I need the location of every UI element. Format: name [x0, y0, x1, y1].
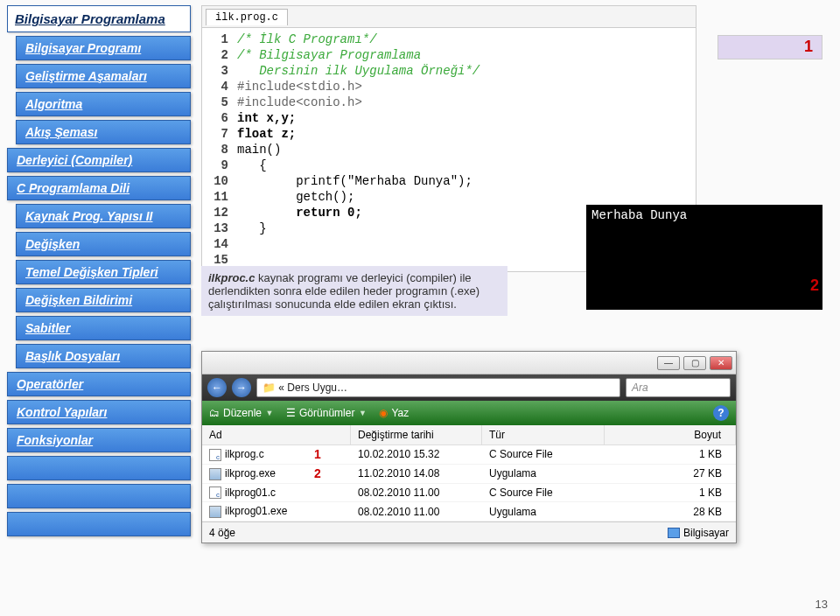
sidebar-item-17[interactable]	[7, 512, 191, 536]
explorer-navbar: ← → 📁 « Ders Uygu… Ara	[202, 374, 736, 401]
code-text: /* Bilgisayar Programlama	[237, 47, 421, 63]
code-text: {	[237, 158, 267, 173]
code-line: 9 {	[202, 158, 696, 173]
explorer-columns: Ad Değiştirme tarihi Tür Boyut	[202, 425, 736, 445]
cell-name: ilkprog.exe	[202, 465, 351, 483]
caption-text: ilkproc.c kaynak programı ve derleyici (…	[201, 266, 508, 316]
c-file-icon	[209, 449, 221, 461]
table-row[interactable]: ilkprog01.c08.02.2010 11.00C Source File…	[202, 484, 736, 503]
cell-name: ilkprog01.c	[202, 484, 351, 502]
code-text: /* İlk C Programı*/	[237, 32, 377, 47]
sidebar-item-1[interactable]: Geliştirme Aşamaları	[16, 64, 191, 88]
sidebar-item-5[interactable]: C Programlama Dili	[7, 176, 191, 200]
explorer-statusbar: 4 öğe Bilgisayar	[202, 522, 736, 542]
code-line: 8main()	[202, 142, 696, 158]
cell-type: Uygulama	[482, 465, 605, 482]
exe-file-icon	[209, 506, 221, 518]
col-name[interactable]: Ad	[202, 425, 351, 444]
line-number: 9	[202, 158, 237, 173]
organize-icon: 🗂	[209, 407, 220, 419]
burn-button[interactable]: ◉ Yaz	[379, 407, 409, 419]
table-row[interactable]: ilkprog.exe11.02.2010 14.08Uygulama27 KB…	[202, 465, 736, 484]
code-line: 11 getch();	[202, 189, 696, 205]
sidebar-item-16[interactable]	[7, 484, 191, 508]
code-line: 1/* İlk C Programı*/	[202, 32, 696, 47]
cell-type: Uygulama	[482, 503, 605, 521]
breadcrumb-text: « Ders Uygu…	[278, 382, 347, 394]
col-date[interactable]: Değiştirme tarihi	[351, 425, 482, 444]
line-number: 7	[202, 126, 237, 142]
cell-date: 08.02.2010 11.00	[351, 503, 482, 521]
code-line: 7float z;	[202, 126, 696, 142]
sidebar-title: Bilgisayar Programlama	[7, 5, 191, 32]
cell-date: 08.02.2010 11.00	[351, 484, 482, 501]
exe-file-icon	[209, 468, 221, 480]
close-button[interactable]: ✕	[710, 356, 732, 370]
status-count: 4 öğe	[209, 527, 235, 539]
sidebar-item-7[interactable]: Değişken	[16, 232, 191, 256]
line-number: 3	[202, 63, 237, 79]
organize-label: Düzenle	[223, 407, 262, 419]
chevron-down-icon: ▼	[265, 409, 274, 417]
chevron-down-icon: ▼	[358, 409, 367, 417]
cell-date: 11.02.2010 14.08	[351, 465, 482, 482]
c-file-icon	[209, 486, 221, 499]
col-type[interactable]: Tür	[482, 425, 605, 444]
burn-icon: ◉	[379, 407, 388, 419]
code-line: 2/* Bilgisayar Programlama	[202, 47, 696, 63]
maximize-button[interactable]: ▢	[683, 356, 706, 370]
annotation-badge-2: 2	[810, 276, 819, 295]
sidebar-item-6[interactable]: Kaynak Prog. Yapısı II	[16, 204, 191, 228]
sidebar-item-10[interactable]: Sabitler	[16, 316, 191, 340]
organize-button[interactable]: 🗂 Düzenle ▼	[209, 407, 274, 419]
code-line: 6int x,y;	[202, 110, 696, 126]
explorer-rows: ilkprog.c10.02.2010 15.32C Source File1 …	[202, 445, 736, 522]
cell-name: ilkprog.c	[202, 445, 351, 464]
explorer-window: — ▢ ✕ ← → 📁 « Ders Uygu… Ara 🗂 Düzenle ▼…	[201, 351, 737, 543]
code-text: #include<conio.h>	[237, 94, 362, 110]
nav-forward-button[interactable]: →	[232, 378, 251, 397]
sidebar-item-4[interactable]: Derleyici (Compiler)	[7, 148, 191, 172]
table-row[interactable]: ilkprog.c10.02.2010 15.32C Source File1 …	[202, 445, 736, 465]
code-text: int x,y;	[237, 110, 296, 126]
editor-tabbar: ilk.prog.c	[202, 6, 696, 28]
sidebar-item-0[interactable]: Bilgisayar Programı	[16, 36, 191, 60]
caption-filename: ilkproc.c	[208, 271, 255, 284]
breadcrumb[interactable]: 📁 « Ders Uygu…	[256, 378, 620, 397]
sidebar-item-9[interactable]: Değişken Bildirimi	[16, 288, 191, 312]
sidebar-item-12[interactable]: Operatörler	[7, 372, 191, 396]
line-number: 1	[202, 32, 237, 47]
status-location: Bilgisayar	[683, 527, 729, 539]
editor-tab[interactable]: ilk.prog.c	[206, 9, 288, 25]
cell-size: 1 KB	[605, 445, 736, 463]
code-line: 5#include<conio.h>	[202, 94, 696, 110]
col-size[interactable]: Boyut	[605, 425, 736, 444]
minimize-button[interactable]: —	[657, 356, 680, 370]
annotation-badge-1: 1	[718, 35, 822, 60]
sidebar-item-8[interactable]: Temel Değişken Tipleri	[16, 260, 191, 284]
code-text: main()	[237, 142, 281, 158]
sidebar-item-11[interactable]: Başlık Dosyaları	[16, 344, 191, 368]
explorer-titlebar: — ▢ ✕	[202, 352, 736, 374]
row-annotation: 1	[314, 447, 321, 461]
line-number: 4	[202, 79, 237, 94]
code-line: 4#include<stdio.h>	[202, 79, 696, 94]
nav-back-button[interactable]: ←	[207, 378, 227, 397]
computer-icon	[668, 528, 680, 538]
sidebar-item-13[interactable]: Kontrol Yapıları	[7, 400, 191, 424]
cell-name: ilkprog01.exe	[202, 502, 351, 521]
line-number: 12	[202, 205, 237, 220]
explorer-toolbar: 🗂 Düzenle ▼ ☰ Görünümler ▼ ◉ Yaz ?	[202, 401, 736, 425]
sidebar-item-15[interactable]	[7, 456, 191, 480]
code-text: Dersinin ilk Uygulama Örneği*/	[237, 63, 480, 79]
sidebar-item-3[interactable]: Akış Şeması	[16, 120, 191, 144]
search-placeholder: Ara	[632, 382, 648, 394]
sidebar-item-2[interactable]: Algoritma	[16, 92, 191, 116]
cell-type: C Source File	[482, 445, 605, 463]
help-button[interactable]: ?	[713, 405, 729, 421]
code-line: 10 printf("Merhaba Dunya");	[202, 173, 696, 189]
search-input[interactable]: Ara	[626, 378, 731, 397]
table-row[interactable]: ilkprog01.exe08.02.2010 11.00Uygulama28 …	[202, 502, 736, 522]
sidebar-item-14[interactable]: Fonksiyonlar	[7, 428, 191, 452]
views-button[interactable]: ☰ Görünümler ▼	[286, 407, 367, 419]
